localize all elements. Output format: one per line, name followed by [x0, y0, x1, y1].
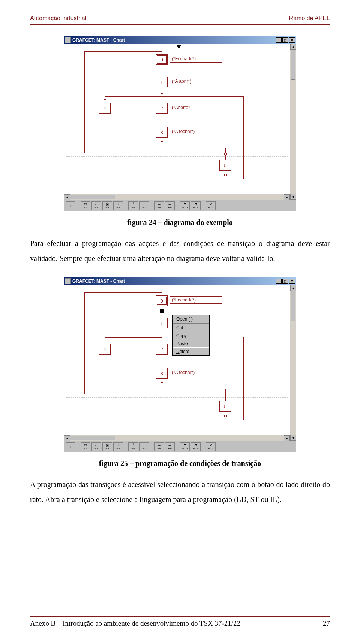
- fkey-f11[interactable]: ⊐F11: [191, 201, 201, 210]
- figure-25-caption: figura 25 – programação de condições de …: [30, 459, 330, 468]
- fkey-f8[interactable]: ╧F8: [154, 201, 164, 210]
- fkey-f7[interactable]: ┬F7: [139, 201, 149, 210]
- close-button[interactable]: ×: [289, 279, 295, 284]
- diagram-canvas[interactable]: 0 (*Fechado*) 1 (*A abrir*) 4 2: [64, 44, 290, 194]
- scroll-up-icon[interactable]: ▴: [290, 285, 296, 291]
- horizontal-scrollbar[interactable]: ◂ ▸: [64, 435, 290, 441]
- titlebar[interactable]: GRAFCET: MAST - Chart _ □ ×: [64, 277, 296, 285]
- menu-cut[interactable]: Cut: [172, 324, 209, 332]
- transition-node[interactable]: [160, 69, 163, 71]
- transition-node[interactable]: [104, 99, 106, 102]
- fkey-shift[interactable]: ↑: [66, 201, 75, 210]
- step-1[interactable]: 1: [156, 77, 168, 87]
- fkey-f4[interactable]: ▣F4: [102, 442, 112, 451]
- transition-node[interactable]: [224, 174, 227, 176]
- maximize-button[interactable]: □: [282, 279, 288, 284]
- step-5[interactable]: 5: [219, 401, 231, 412]
- window-title: GRAFCET: MAST - Chart: [72, 37, 125, 43]
- fkey-f2[interactable]: □F2: [81, 201, 90, 210]
- menu-copy[interactable]: Copy: [172, 332, 209, 340]
- vertical-scrollbar[interactable]: ▴ ▾: [290, 44, 296, 200]
- fkey-f12[interactable]: ※F12: [206, 201, 216, 210]
- menu-paste[interactable]: Paste: [172, 340, 209, 348]
- transition-node[interactable]: [104, 358, 106, 360]
- fkey-f2[interactable]: □F2: [81, 442, 90, 451]
- maximize-button[interactable]: □: [282, 37, 288, 43]
- minimize-button[interactable]: _: [276, 279, 282, 284]
- label-a-fechar: (*A fechar*): [170, 128, 222, 135]
- fkey-f9[interactable]: ╤F9: [165, 201, 175, 210]
- label-fechado: (*Fechado*): [170, 296, 222, 304]
- footer-rule: [30, 616, 330, 617]
- fkey-f6[interactable]: ┴F6: [128, 201, 138, 210]
- transition-node[interactable]: [104, 117, 106, 119]
- step-3[interactable]: 3: [156, 368, 168, 379]
- scroll-left-icon[interactable]: ◂: [64, 194, 70, 200]
- fkey-f7[interactable]: ┬F7: [139, 442, 149, 451]
- scroll-right-icon[interactable]: ▸: [284, 435, 290, 441]
- paragraph-1: Para efectuar a programação das acções e…: [30, 236, 330, 266]
- step-4[interactable]: 4: [99, 344, 111, 355]
- step-1[interactable]: 1: [156, 318, 168, 328]
- fkey-f12[interactable]: ※F12: [206, 442, 216, 451]
- scroll-left-icon[interactable]: ◂: [64, 435, 70, 441]
- fkey-f6[interactable]: ┴F6: [128, 442, 138, 451]
- vertical-scrollbar[interactable]: ▴ ▾: [290, 285, 296, 441]
- header-right: Ramo de APEL: [289, 15, 330, 22]
- menu-open[interactable]: OOpen ( )pen ( ): [172, 315, 209, 323]
- header-rule: [30, 24, 330, 25]
- paragraph-2: A programação das transições é acessível…: [30, 477, 330, 507]
- figure-24-caption: figura 24 – diagrama do exemplo: [30, 218, 330, 227]
- transition-node[interactable]: [160, 91, 163, 94]
- scroll-up-icon[interactable]: ▴: [290, 44, 296, 50]
- label-aberto: (*Aberto*): [170, 104, 222, 111]
- step-0[interactable]: 0: [156, 295, 168, 306]
- menu-delete[interactable]: Delete: [172, 348, 209, 355]
- app-icon: [65, 37, 71, 43]
- fkey-f10[interactable]: ⊏F10: [180, 442, 190, 451]
- step-2[interactable]: 2: [156, 344, 168, 355]
- fkey-f3[interactable]: ▭F3: [92, 442, 101, 451]
- fkey-f10[interactable]: ⊏F10: [180, 201, 190, 210]
- fkey-f3[interactable]: ▭F3: [92, 201, 101, 210]
- fkey-f4[interactable]: ▣F4: [102, 201, 112, 210]
- context-menu: OOpen ( )pen ( ) Cut Copy Paste Delete: [172, 315, 210, 356]
- step-5[interactable]: 5: [219, 160, 231, 171]
- transition-node[interactable]: [224, 415, 227, 417]
- titlebar[interactable]: GRAFCET: MAST - Chart _ □ ×: [64, 36, 296, 44]
- label-fechado: (*Fechado*): [170, 55, 222, 63]
- function-key-toolbar: ↑ □F2 ▭F3 ▣F4 ↓F5 ┴F6 ┬F7 ╧F8 ╤F9 ⊏F10 ⊐…: [64, 200, 296, 211]
- grafcet-window-2: GRAFCET: MAST - Chart _ □ × 0 (*Fechado*…: [64, 277, 296, 452]
- function-key-toolbar: ↑ □F2 ▭F3 ▣F4 ↓F5 ┴F6 ┬F7 ╧F8 ╤F9 ⊏F10 ⊐…: [64, 441, 296, 452]
- step-3[interactable]: 3: [156, 127, 168, 138]
- step-4[interactable]: 4: [99, 103, 111, 114]
- fkey-f11[interactable]: ⊐F11: [191, 442, 201, 451]
- entry-arrow-icon: [177, 45, 181, 49]
- page-header: Automação Industrial Ramo de APEL: [30, 15, 330, 22]
- scroll-down-icon[interactable]: ▾: [290, 194, 296, 200]
- minimize-button[interactable]: _: [276, 37, 282, 43]
- step-0[interactable]: 0: [156, 54, 168, 65]
- fkey-f5[interactable]: ↓F5: [113, 201, 123, 210]
- fkey-f5[interactable]: ↓F5: [113, 442, 123, 451]
- app-icon: [65, 278, 71, 284]
- scroll-right-icon[interactable]: ▸: [284, 194, 290, 200]
- transition-node-selected[interactable]: [160, 309, 164, 313]
- transition-node[interactable]: [224, 153, 227, 155]
- transition-node[interactable]: [160, 141, 163, 144]
- header-left: Automação Industrial: [30, 15, 86, 22]
- fkey-f9[interactable]: ╤F9: [165, 442, 175, 451]
- fkey-shift[interactable]: ↑: [66, 442, 75, 451]
- transition-node[interactable]: [160, 117, 163, 119]
- label-a-abrir: (*A abrir*): [170, 78, 222, 85]
- step-2[interactable]: 2: [156, 103, 168, 114]
- scroll-down-icon[interactable]: ▾: [290, 435, 296, 441]
- footer-page-number: 27: [323, 619, 330, 628]
- fkey-f8[interactable]: ╧F8: [154, 442, 164, 451]
- horizontal-scrollbar[interactable]: ◂ ▸: [64, 194, 290, 200]
- transition-node[interactable]: [160, 382, 163, 385]
- close-button[interactable]: ×: [289, 37, 295, 43]
- page-footer: Anexo B – Introdução ao ambiente de dese…: [30, 619, 330, 628]
- diagram-canvas[interactable]: 0 (*Fechado*) 1 4 2 3 (*A fechar*) 5: [64, 285, 290, 435]
- transition-node[interactable]: [160, 358, 163, 360]
